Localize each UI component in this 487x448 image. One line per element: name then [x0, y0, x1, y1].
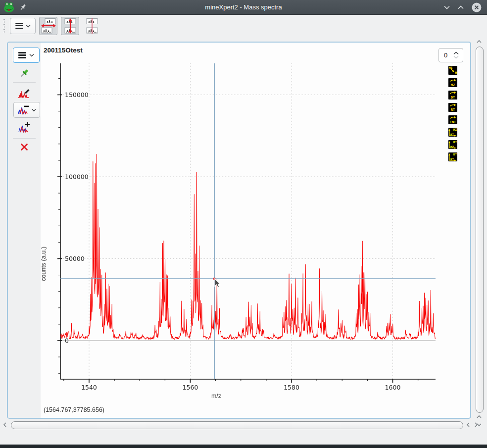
- spin-down-icon[interactable]: [453, 55, 459, 59]
- chevron-down-icon: [26, 24, 31, 28]
- spectrum-subtract-dropdown-button[interactable]: [13, 102, 40, 118]
- app-window: mineXpert2 - Mass spectra: [0, 0, 487, 448]
- link-y-axes-icon: [62, 18, 78, 34]
- link-y-axes-button[interactable]: [61, 17, 79, 35]
- close-button[interactable]: [471, 2, 482, 13]
- spectrum-plot-canvas[interactable]: [41, 44, 438, 408]
- mz-integration-button[interactable]: MZ: [448, 78, 457, 87]
- titlebar: mineXpert2 - Mass spectra: [0, 0, 487, 15]
- main-toolbar: [0, 15, 487, 36]
- window-bottom-edge: [0, 445, 487, 448]
- horizontal-scrollbar[interactable]: [1, 421, 480, 430]
- green-pin-icon: [19, 68, 30, 79]
- spin-up-icon[interactable]: [453, 51, 459, 55]
- mz-rt-map-button[interactable]: MZRT: [448, 128, 457, 137]
- link-x-axes-icon: [41, 18, 56, 34]
- scroll-left-icon[interactable]: [465, 422, 471, 428]
- horizontal-scrollbar-handle[interactable]: [11, 421, 463, 429]
- vertical-scrollbar[interactable]: [475, 38, 484, 429]
- spinbox-value: 0: [439, 51, 451, 59]
- chevron-down-icon: [32, 108, 36, 112]
- maximize-button[interactable]: [457, 5, 464, 10]
- scroll-left-icon[interactable]: [2, 422, 8, 428]
- vertical-scrollbar-handle[interactable]: [476, 47, 484, 413]
- left-tool-strip: [8, 43, 41, 418]
- separator: [13, 82, 36, 83]
- close-panel-button[interactable]: [8, 143, 41, 151]
- dt-rt-map-button[interactable]: DTRT: [448, 152, 457, 161]
- toolbar-drag-handle[interactable]: [3, 18, 6, 33]
- scroll-up-icon[interactable]: [476, 414, 482, 420]
- hamburger-icon: [18, 51, 26, 60]
- cursor-coordinates-status: (1564.767,37785.656): [44, 406, 104, 413]
- mass-spectrum-panel: 200115Otest 0 MZMMZDTRTINTMZRTDTMZDTRT c…: [7, 42, 471, 419]
- spectrum-add-icon: [18, 122, 30, 134]
- y-axis-label: counts (a.u.): [40, 247, 47, 281]
- link-crosshair-button[interactable]: [83, 17, 101, 35]
- right-tool-stack: MZMMZDTRTINTMZRTDTMZDTRT: [448, 66, 457, 161]
- dt-mz-map-button[interactable]: DTMZ: [448, 140, 457, 149]
- mz-to-mass-button[interactable]: MZM: [448, 66, 457, 75]
- spectrum-pen-button[interactable]: [8, 87, 41, 99]
- spectrum-pen-icon: [18, 87, 31, 99]
- spinbox[interactable]: 0: [438, 48, 463, 62]
- red-x-icon: [20, 143, 29, 151]
- minimize-button[interactable]: [443, 5, 450, 10]
- scroll-right-icon[interactable]: [473, 422, 479, 428]
- scroll-up-icon[interactable]: [476, 39, 482, 45]
- chevron-down-icon: [29, 53, 34, 57]
- spectrum-add-button[interactable]: [8, 122, 41, 134]
- dt-integration-button[interactable]: DT: [448, 91, 457, 100]
- link-crosshair-icon: [84, 18, 100, 34]
- panel-menu-button[interactable]: [13, 48, 40, 63]
- separator: [13, 138, 36, 139]
- hamburger-icon: [15, 21, 23, 30]
- window-title: mineXpert2 - Mass spectra: [0, 3, 487, 11]
- rt-integration-button[interactable]: RT: [448, 103, 457, 112]
- x-axis-label: m/z: [196, 393, 236, 399]
- int-integration-button[interactable]: INT: [448, 115, 457, 124]
- pin-panel-button[interactable]: [8, 68, 41, 79]
- spectrum-subtract-icon: [18, 104, 30, 115]
- main-menu-button[interactable]: [10, 18, 36, 34]
- link-x-axes-button[interactable]: [39, 17, 57, 35]
